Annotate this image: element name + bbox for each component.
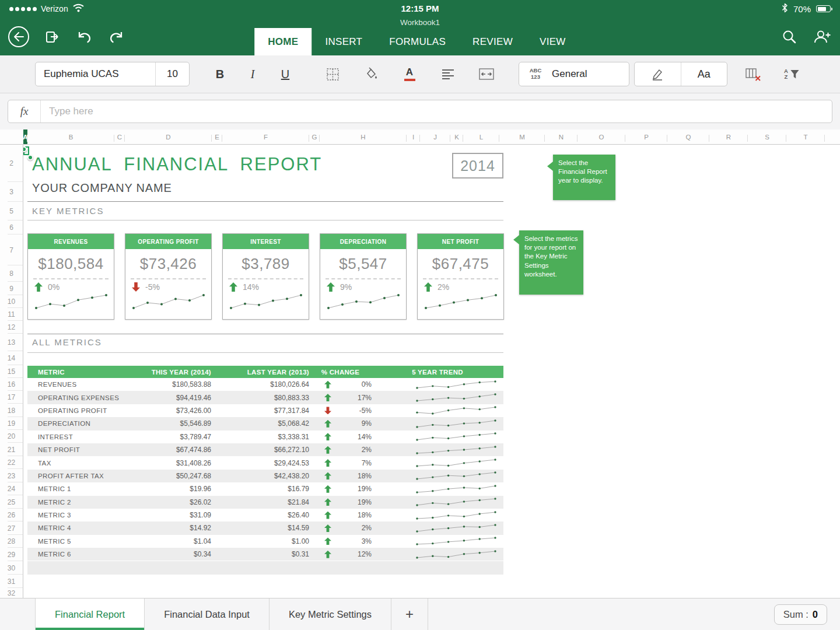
ribbon-tab-home[interactable]: HOME [254, 28, 312, 55]
row-header-13[interactable]: 13 [0, 334, 23, 351]
active-cell-selection[interactable] [23, 146, 29, 155]
metric-name-cell[interactable]: OPERATING PROFIT [27, 407, 138, 414]
row-header-24[interactable]: 24 [0, 482, 23, 495]
bold-button[interactable]: B [204, 68, 236, 81]
font-picker[interactable]: Euphemia UCAS 10 [35, 62, 190, 86]
alignment-button[interactable] [429, 69, 467, 79]
table-row[interactable]: INTEREST $3,789.47 $3,338.31 14% [27, 430, 503, 443]
this-year-cell[interactable]: $5,546.89 [138, 419, 211, 428]
formula-input[interactable] [41, 100, 832, 123]
font-size-value[interactable]: 10 [155, 62, 189, 86]
row-header-19[interactable]: 19 [0, 417, 23, 430]
metric-card[interactable]: NET PROFIT $67,475 2% [417, 233, 504, 320]
this-year-cell[interactable]: $3,789.47 [138, 433, 211, 441]
this-year-cell[interactable]: $180,583.88 [138, 380, 211, 388]
column-header-N[interactable]: N [545, 130, 578, 144]
column-header-E[interactable]: E [212, 130, 222, 144]
percent-change-cell[interactable]: 2% [346, 524, 372, 532]
table-row[interactable]: NET PROFIT $67,474.86 $66,272.10 2% [27, 443, 503, 456]
row-header-32[interactable]: 32 [0, 588, 23, 598]
company-name-cell[interactable]: YOUR COMPANY NAME [32, 181, 172, 195]
row-header-30[interactable]: 30 [0, 561, 23, 575]
percent-change-cell[interactable]: 3% [346, 537, 372, 545]
row-header-5[interactable]: 5 [0, 202, 23, 220]
font-color-button[interactable]: A [390, 67, 429, 81]
table-row[interactable]: TAX $31,408.26 $29,424.53 7% [27, 456, 503, 469]
row-header-18[interactable]: 18 [0, 404, 23, 417]
last-year-cell[interactable]: $1.00 [211, 537, 309, 545]
metric-card[interactable]: INTEREST $3,789 14% [222, 233, 309, 320]
metric-name-cell[interactable]: METRIC 5 [27, 538, 138, 545]
underline-button[interactable]: U [269, 68, 302, 81]
fill-color-button[interactable] [352, 67, 390, 81]
file-actions-button[interactable] [46, 30, 60, 44]
row-header-16[interactable]: 16 [0, 378, 23, 391]
fx-icon[interactable]: fx [8, 100, 41, 123]
percent-change-cell[interactable]: 14% [346, 433, 372, 441]
row-header-28[interactable]: 28 [0, 535, 23, 548]
metric-name-cell[interactable]: PROFIT AFTER TAX [27, 473, 138, 480]
this-year-cell[interactable]: $73,426.00 [138, 407, 211, 415]
metric-name-cell[interactable]: DEPRECIATION [27, 420, 138, 427]
sheet-tab-key-metric-settings[interactable]: Key Metric Settings [270, 598, 391, 630]
percent-change-cell[interactable]: 17% [346, 394, 372, 402]
back-button[interactable] [8, 26, 29, 47]
ribbon-tab-review[interactable]: REVIEW [459, 28, 526, 55]
this-year-cell[interactable]: $1.04 [138, 537, 211, 545]
row-header-8[interactable]: 8 [0, 265, 23, 282]
table-row[interactable]: OPERATING EXPENSES $94,419.46 $80,883.33… [27, 391, 503, 404]
borders-button[interactable] [313, 68, 352, 80]
metric-card[interactable]: DEPRECIATION $5,547 9% [320, 233, 407, 320]
metric-name-cell[interactable]: METRIC 2 [27, 499, 138, 506]
this-year-cell[interactable]: $0.34 [138, 550, 211, 558]
table-row[interactable]: DEPRECIATION $5,546.89 $5,068.42 9% [27, 417, 503, 430]
last-year-cell[interactable]: $16.79 [211, 485, 309, 493]
column-header-M[interactable]: M [499, 130, 545, 144]
row-header-3[interactable]: 3 [0, 182, 23, 202]
this-year-cell[interactable]: $31.09 [138, 511, 211, 519]
column-header-T[interactable]: T [786, 130, 825, 144]
insert-delete-cells-button[interactable] [736, 67, 771, 81]
row-header-21[interactable]: 21 [0, 443, 23, 456]
metric-name-cell[interactable]: METRIC 4 [27, 524, 138, 531]
last-year-cell[interactable]: $0.31 [211, 550, 309, 558]
last-year-cell[interactable]: $66,272.10 [211, 446, 309, 454]
percent-change-cell[interactable]: 18% [346, 511, 372, 519]
this-year-cell[interactable]: $14.92 [138, 524, 211, 532]
percent-change-cell[interactable]: 7% [346, 459, 372, 467]
cell-styles-button[interactable]: Aa [681, 62, 727, 86]
row-header-12[interactable]: 12 [0, 321, 23, 334]
table-row[interactable]: REVENUES $180,583.88 $180,026.64 0% [27, 378, 503, 391]
year-callout[interactable]: Select the Financial Report year to disp… [553, 155, 615, 200]
metrics-callout[interactable]: Select the metrics for your report on th… [519, 230, 583, 295]
italic-button[interactable]: I [236, 68, 269, 81]
column-header-S[interactable]: S [748, 130, 786, 144]
merge-center-button[interactable] [467, 68, 506, 80]
this-year-cell[interactable]: $50,247.68 [138, 472, 211, 480]
undo-button[interactable] [76, 30, 92, 44]
last-year-cell[interactable]: $180,026.64 [211, 380, 309, 388]
metric-card[interactable]: REVENUES $180,584 0% [27, 233, 114, 320]
row-header-11[interactable]: 11 [0, 308, 23, 321]
column-header-P[interactable]: P [625, 130, 667, 144]
column-header-K[interactable]: K [450, 130, 463, 144]
share-people-button[interactable] [813, 30, 831, 44]
report-title-cell[interactable]: ANNUAL FINANCIAL REPORT [32, 154, 322, 175]
table-row[interactable]: METRIC 5 $1.04 $1.00 3% [27, 535, 503, 548]
row-header-17[interactable]: 17 [0, 391, 23, 404]
column-header-D[interactable]: D [125, 130, 212, 144]
percent-change-cell[interactable]: -5% [346, 407, 372, 415]
metric-name-cell[interactable]: METRIC 1 [27, 485, 138, 492]
row-header-23[interactable]: 23 [0, 469, 23, 482]
table-row[interactable]: OPERATING PROFIT $73,426.00 $77,317.84 -… [27, 404, 503, 417]
sum-indicator[interactable]: Sum : 0 [774, 604, 827, 625]
column-header-A[interactable]: A [23, 130, 27, 144]
metric-name-cell[interactable]: METRIC 3 [27, 512, 138, 519]
row-header-14[interactable]: 14 [0, 351, 23, 365]
last-year-cell[interactable]: $80,883.33 [211, 394, 309, 402]
last-year-cell[interactable]: $26.40 [211, 511, 309, 519]
column-header-F[interactable]: F [222, 130, 309, 144]
column-header-L[interactable]: L [463, 130, 499, 144]
percent-change-cell[interactable]: 9% [346, 419, 372, 428]
ribbon-tab-view[interactable]: VIEW [526, 28, 579, 55]
